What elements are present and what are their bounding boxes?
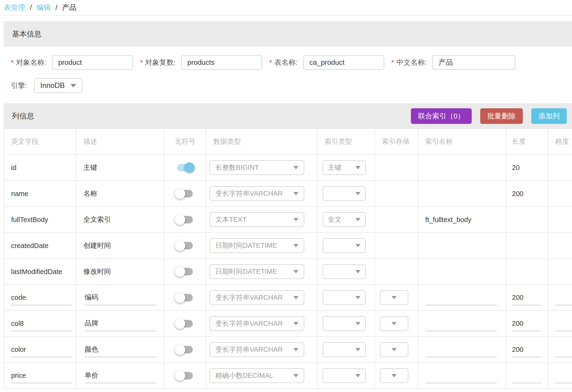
unsigned-toggle[interactable]: [176, 318, 194, 329]
data-type-select[interactable]: 变长字符串VARCHAR: [210, 186, 304, 201]
unsigned-toggle[interactable]: [176, 370, 194, 381]
header-data-type: 数据类型: [206, 129, 318, 154]
unsigned-toggle[interactable]: [176, 188, 194, 199]
basic-info-section-header: 基本信息: [3, 21, 572, 47]
index-type-select[interactable]: [323, 316, 366, 331]
data-type-select[interactable]: 日期时间DATETIME: [210, 264, 304, 279]
table-name-label: 表名称:: [274, 58, 298, 67]
index-type-select[interactable]: 全文: [323, 212, 366, 227]
index-type-select[interactable]: [323, 342, 366, 357]
length-cell: [506, 259, 548, 285]
chevron-down-icon: [355, 322, 361, 325]
unsigned-toggle[interactable]: [176, 240, 194, 251]
index-type-select[interactable]: [323, 264, 366, 279]
engine-select[interactable]: InnoDB: [34, 78, 82, 93]
engine-label: 引擎:: [11, 81, 27, 90]
unsigned-toggle[interactable]: [176, 214, 194, 225]
engine-group: 引擎: InnoDB: [11, 78, 82, 93]
chevron-down-icon: [293, 166, 299, 169]
required-asterisk-icon: *: [11, 58, 14, 66]
index-storage-cell: [375, 181, 418, 206]
field-name-cell: fullTextBody: [4, 207, 76, 232]
data-type-select[interactable]: 变长字符串VARCHAR: [210, 316, 304, 331]
index-type-select[interactable]: 主键: [323, 160, 366, 175]
header-unsigned: 无符号: [164, 129, 206, 154]
index-type-select[interactable]: [323, 368, 366, 383]
chinese-name-input[interactable]: [432, 55, 515, 70]
index-type-select[interactable]: [323, 186, 366, 201]
length-input[interactable]: [512, 368, 541, 383]
description-input[interactable]: 编码: [85, 290, 156, 305]
chevron-down-icon: [392, 374, 397, 377]
chevron-down-icon: [355, 192, 361, 195]
column-table: 英文字段 描述 无符号 数据类型 索引类型 索引存储 索引名称 长度 精度 id…: [3, 129, 572, 389]
data-type-select[interactable]: 变长字符串VARCHAR: [210, 290, 304, 305]
length-input[interactable]: 200: [512, 316, 541, 331]
table-row: fullTextBody 全文索引 文本TEXT 全文 ft_fulltext_…: [4, 207, 572, 233]
table-name-input[interactable]: [303, 55, 384, 70]
field-name-input[interactable]: price: [11, 368, 72, 383]
composite-index-button[interactable]: 联合索引（0）: [411, 108, 472, 124]
object-plural-input[interactable]: [181, 55, 262, 70]
length-cell: [506, 207, 548, 232]
precision-input[interactable]: [555, 342, 572, 357]
field-name-input[interactable]: code: [11, 290, 72, 305]
table-row: code 编码 变长字符串VARCHAR 200: [4, 285, 572, 311]
length-input[interactable]: 200: [512, 290, 541, 305]
description-input[interactable]: 品牌: [85, 316, 156, 331]
field-name-input[interactable]: col8: [11, 316, 72, 331]
length-input[interactable]: 200: [512, 342, 541, 357]
index-name-cell: [418, 259, 507, 285]
index-storage-select[interactable]: [380, 342, 408, 357]
add-column-button[interactable]: 添加列: [531, 108, 567, 124]
breadcrumb-link-edit[interactable]: 编辑: [36, 3, 51, 13]
data-type-select[interactable]: 日期时间DATETIME: [210, 238, 304, 253]
precision-input[interactable]: [555, 368, 572, 383]
chevron-down-icon: [355, 166, 361, 169]
chevron-down-icon: [293, 218, 299, 221]
unsigned-toggle[interactable]: [176, 344, 194, 355]
chevron-down-icon: [355, 218, 361, 221]
index-name-input[interactable]: [425, 290, 497, 305]
unsigned-toggle[interactable]: [176, 292, 194, 303]
index-name-input[interactable]: [425, 368, 497, 383]
precision-input[interactable]: [555, 290, 572, 305]
data-type-select[interactable]: 文本TEXT: [210, 212, 304, 227]
header-length: 长度: [506, 129, 548, 154]
chevron-down-icon: [293, 374, 299, 377]
required-asterisk-icon: *: [140, 58, 143, 66]
data-type-select[interactable]: 变长字符串VARCHAR: [210, 342, 304, 357]
index-type-select[interactable]: [323, 290, 366, 305]
index-storage-select[interactable]: [380, 290, 408, 305]
unsigned-toggle[interactable]: [176, 162, 194, 173]
chevron-down-icon: [355, 244, 361, 247]
field-name-cell: lastModifiedDate: [4, 259, 76, 285]
engine-select-value: InnoDB: [40, 81, 64, 90]
data-type-select[interactable]: 长整数BIGINT: [210, 160, 304, 175]
data-type-select[interactable]: 精确小数DECIMAL: [210, 368, 304, 383]
index-name-input[interactable]: [425, 316, 497, 331]
breadcrumb-link-table-management[interactable]: 表管理: [4, 3, 25, 13]
object-name-input[interactable]: [52, 55, 133, 70]
index-type-select[interactable]: [323, 238, 366, 253]
description-input[interactable]: 颜色: [85, 342, 156, 357]
length-cell: [506, 233, 548, 258]
precision-input[interactable]: [555, 316, 572, 331]
index-storage-select[interactable]: [380, 316, 408, 331]
chevron-down-icon: [293, 296, 299, 299]
header-field: 英文字段: [4, 129, 76, 154]
index-name-input[interactable]: [425, 342, 497, 357]
index-storage-select[interactable]: [380, 368, 408, 383]
precision-cell: [548, 233, 572, 258]
description-cell: 名称: [76, 181, 164, 206]
field-name-input[interactable]: color: [11, 342, 72, 357]
chevron-down-icon: [392, 296, 397, 299]
chevron-down-icon: [392, 322, 397, 325]
columns-section-header: 列信息 联合索引（0） 批量删除 添加列: [3, 103, 572, 129]
chevron-down-icon: [293, 348, 299, 351]
precision-cell: [548, 259, 572, 285]
description-input[interactable]: 单价: [85, 368, 156, 383]
batch-delete-button[interactable]: 批量删除: [480, 108, 523, 124]
table-row: price 单价 精确小数DECIMAL: [4, 363, 572, 389]
unsigned-toggle[interactable]: [176, 266, 194, 277]
